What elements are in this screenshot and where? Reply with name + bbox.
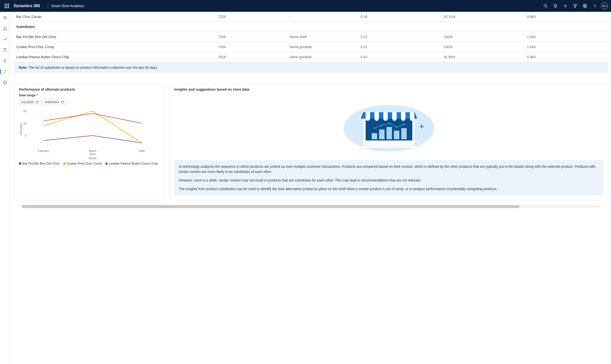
hamburger-icon[interactable]: [1, 14, 9, 22]
svg-text:10: 10: [23, 122, 26, 125]
legend-item[interactable]: Cookie Pnut Choc Comp: [63, 162, 102, 165]
line-chart: 51015Unit salesFebruaryMarchApril2023Mon…: [19, 109, 160, 160]
cell-pct: 92.31%: [442, 12, 525, 22]
cell-ratio: 0.96X: [525, 52, 608, 62]
svg-text:15: 15: [23, 110, 26, 112]
scrollbar-thumb[interactable]: [22, 205, 520, 208]
cell-val1: 0.12: [359, 32, 442, 42]
svg-rect-42: [387, 127, 392, 139]
substitutes-table: Bar Choc Cacao 7329 - 0.16 92.31% 0.96X …: [14, 12, 608, 62]
cell-location: Same gondola: [287, 42, 359, 52]
avatar-initials: NU: [603, 4, 607, 7]
svg-rect-3: [5, 5, 6, 6]
filter-icon[interactable]: [570, 0, 580, 12]
cell-location: Same shelf: [287, 32, 359, 42]
svg-point-47: [388, 123, 390, 124]
package-icon[interactable]: [1, 79, 9, 86]
table-row[interactable]: Cookie Pnut Choc Comp 7334 Same gondola …: [14, 42, 608, 52]
date-end-value: 4/30/2023: [45, 100, 59, 104]
svg-rect-5: [8, 5, 9, 6]
svg-rect-24: [61, 101, 64, 103]
legend-label: Cookie Pnut Choc Comp: [67, 162, 102, 165]
cell-name: Cookie Pnut Choc Comp: [14, 42, 216, 52]
cell-pct: 100%: [442, 42, 525, 52]
cell-sku: 7329: [216, 12, 287, 22]
svg-point-14: [595, 7, 595, 7]
svg-rect-1: [6, 4, 7, 5]
table-row[interactable]: Bar Choc Cacao 7329 - 0.16 92.31% 0.96X: [14, 12, 608, 22]
horizontal-scrollbar[interactable]: [22, 205, 601, 208]
insights-panel: Insights and suggestions based on store …: [170, 84, 608, 200]
plus-icon[interactable]: [560, 0, 570, 12]
clipboard-icon[interactable]: [1, 46, 9, 54]
svg-rect-44: [401, 128, 407, 139]
legend-dot-icon: [63, 162, 66, 165]
svg-point-46: [381, 125, 383, 126]
app-name-label[interactable]: Smart Store Analytics: [51, 4, 84, 8]
svg-text:February: February: [38, 149, 49, 152]
app-launcher-icon[interactable]: [2, 0, 12, 12]
note-text: The list of substitutes is based on prod…: [28, 66, 158, 70]
help-icon[interactable]: [590, 0, 600, 12]
legend-label: Larabar Peanut Butter Choco Chip: [109, 162, 158, 165]
home-icon[interactable]: [1, 25, 9, 32]
brand-label[interactable]: Dynamics 365: [14, 4, 40, 8]
svg-point-9: [544, 4, 547, 7]
chart-panel: Performance of alternate products Date r…: [14, 84, 164, 200]
svg-rect-2: [8, 4, 9, 5]
topbar: Dynamics 365 Smart Store Analytics NU: [0, 0, 611, 12]
search-icon[interactable]: [541, 0, 551, 12]
svg-point-49: [403, 124, 405, 125]
cell-val1: 0.16: [359, 12, 442, 22]
svg-text:5: 5: [25, 134, 26, 137]
legend-dot-icon: [105, 162, 108, 165]
svg-point-48: [396, 126, 397, 128]
legend-label: Bar Pnt Bttr Bnn Drk Choc: [22, 162, 60, 165]
insights-p2: However, once in a while, similar contex…: [179, 178, 599, 183]
svg-rect-43: [394, 131, 399, 139]
svg-rect-8: [8, 7, 9, 8]
svg-rect-20: [36, 101, 38, 103]
cell-name: Larabar Peanut Butter Choco Chip: [14, 52, 216, 62]
gear-icon[interactable]: [580, 0, 590, 12]
lightbulb-icon[interactable]: [551, 0, 560, 12]
svg-rect-50: [361, 145, 417, 148]
svg-text:Unit sales: Unit sales: [19, 123, 22, 135]
svg-text:Month: Month: [89, 157, 97, 160]
cell-ratio: 1.04X: [525, 32, 608, 42]
date-start-input[interactable]: 2/1/2023: [19, 99, 41, 105]
cell-name: Bar Choc Cacao: [14, 12, 216, 22]
legend-item[interactable]: Larabar Peanut Butter Choco Chip: [105, 162, 158, 165]
lightbulb-side-icon[interactable]: [1, 57, 9, 65]
svg-text:April: April: [139, 149, 145, 152]
table-row[interactable]: Bar Pnt Bttr Bnn Drk Choc 7328 Same shel…: [14, 32, 608, 42]
svg-text:2023: 2023: [90, 153, 96, 156]
chart-legend: Bar Pnt Bttr Bnn Drk ChocCookie Pnut Cho…: [19, 162, 160, 165]
svg-text:March: March: [89, 149, 97, 152]
chart-panel-title: Performance of alternate products: [19, 87, 160, 91]
date-end-input[interactable]: 4/30/2023: [43, 99, 66, 105]
swap-icon[interactable]: [1, 68, 9, 76]
svg-line-10: [546, 6, 547, 8]
insights-p3: The insights from product substitution c…: [179, 186, 599, 192]
divider: [48, 3, 48, 9]
insights-illustration: [342, 99, 436, 153]
legend-item[interactable]: Bar Pnt Bttr Bnn Drk Choc: [19, 162, 60, 165]
cell-pct: 91.89%: [442, 52, 525, 62]
cell-pct: 100%: [442, 32, 525, 42]
cell-ratio: 1.04X: [525, 42, 608, 52]
legend-dot-icon: [19, 162, 21, 165]
avatar[interactable]: NU: [601, 2, 608, 9]
insights-text-block: AI technology analyzes the sequence in w…: [174, 160, 603, 196]
cell-sku: 7328: [216, 32, 287, 42]
insights-title: Insights and suggestions based on store …: [174, 87, 603, 91]
cell-location: -: [287, 12, 359, 22]
chart-up-icon[interactable]: [1, 35, 9, 43]
cell-val1: 0.42: [359, 52, 442, 62]
cell-sku: 7334: [216, 42, 287, 52]
date-range-label: Date range *: [19, 93, 160, 97]
svg-point-13: [584, 5, 586, 7]
table-row[interactable]: Larabar Peanut Butter Choco Chip 7616 Sa…: [14, 52, 608, 62]
svg-rect-6: [5, 7, 6, 8]
sidebar: [0, 12, 10, 364]
